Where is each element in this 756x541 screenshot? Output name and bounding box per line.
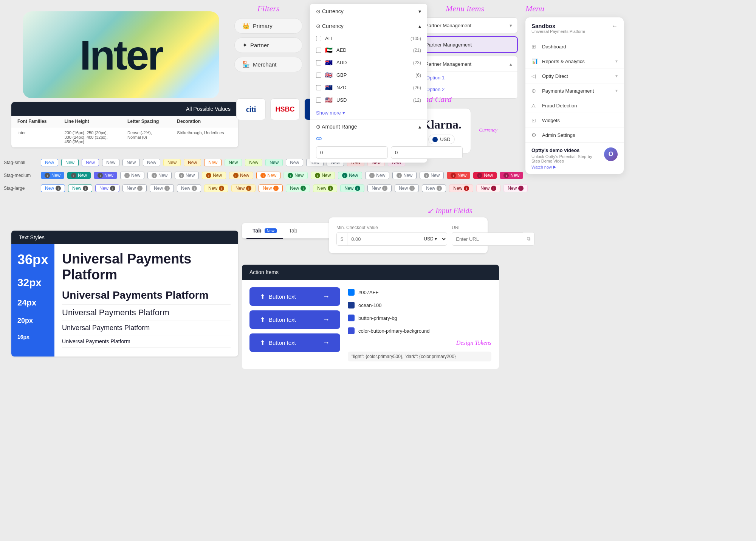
show-more-button[interactable]: Show more ▾ — [310, 106, 427, 119]
stag-small-badge-12[interactable]: New — [265, 159, 283, 166]
stag-large-badge-18[interactable]: New i — [503, 184, 528, 192]
stag-medium-badge-15[interactable]: i New — [420, 172, 444, 179]
stag-large-badge-10[interactable]: New i — [286, 184, 310, 192]
stag-medium-badge-5[interactable]: i New — [147, 172, 172, 179]
checkout-amount-input[interactable] — [347, 233, 418, 245]
currency-option-nzd[interactable]: 🇳🇿 NZD (26) — [310, 81, 427, 94]
stag-large-badge-16[interactable]: New i — [449, 184, 473, 192]
stag-large-badge-13[interactable]: New i — [367, 184, 392, 192]
nav-item-optty-direct[interactable]: ◁ Optty Direct ▾ — [525, 69, 624, 84]
amount-max-input[interactable] — [391, 146, 463, 159]
menu-panel-header: Sandbox Universal Payments Platform ← — [525, 17, 624, 39]
stag-large-label: Stag-large — [4, 186, 38, 191]
currency-checkbox-aed[interactable] — [316, 48, 321, 53]
action-button-1[interactable]: ⬆ Button text → — [249, 287, 340, 306]
stag-medium-badge-14[interactable]: i New — [392, 172, 417, 179]
menu-sub-item-1[interactable]: Option 1 — [412, 72, 517, 84]
stag-large-badge-2[interactable]: New i — [68, 184, 92, 192]
stag-large-badge-7[interactable]: New i — [204, 184, 228, 192]
stag-medium-badge-2[interactable]: i New — [67, 172, 91, 179]
tab-item-1[interactable]: Tab New — [246, 223, 283, 238]
nav-item-payments[interactable]: ⊙ Payments Management ▾ — [525, 84, 624, 98]
nav-item-admin[interactable]: ⚙ Admin Settings — [525, 128, 624, 143]
currency-checkbox-aud[interactable] — [316, 60, 321, 65]
currency-dropdown-header[interactable]: ⊙ Currency ▾ — [310, 4, 427, 19]
token-label-3: button-primary-bg — [358, 315, 397, 321]
menu-item-row-3[interactable]: ⊞ Partner Management ▴ — [412, 56, 517, 72]
nav-item-dashboard[interactable]: ⊞ Dashboard — [525, 39, 624, 54]
stag-large-badge-6[interactable]: New i — [177, 184, 201, 192]
stag-large-badge-3[interactable]: New i — [95, 184, 119, 192]
stag-small-badge-5[interactable]: New — [122, 159, 140, 166]
stag-small-badge-13[interactable]: New — [286, 159, 303, 166]
url-copy-button[interactable]: ⧉ — [523, 233, 534, 245]
stag-medium-badge-12[interactable]: i New — [338, 172, 362, 179]
action-button-2[interactable]: ⬆ Button text → — [249, 310, 340, 329]
currency-section-header[interactable]: ⊙ Currency ▴ — [310, 19, 427, 33]
currency-option-gbp[interactable]: 🇬🇧 GBP (6) — [310, 69, 427, 81]
filter-pill-primary[interactable]: 👑 Primary — [234, 18, 302, 34]
menu-item-active[interactable]: ⊞ Partner Management — [412, 36, 518, 53]
menu-sub-item-2[interactable]: Option 2 — [412, 84, 517, 95]
stag-small-badge-9[interactable]: New — [204, 159, 222, 166]
stag-small-badge-11[interactable]: New — [245, 159, 262, 166]
stag-large-badge-12[interactable]: New i — [340, 184, 364, 192]
url-input[interactable] — [452, 233, 523, 245]
amount-min-input[interactable] — [316, 146, 388, 159]
currency-checkbox-all[interactable] — [316, 36, 321, 41]
filter-pill-partner[interactable]: ✦ Partner — [234, 37, 302, 53]
stag-large-badge-1[interactable]: New i — [41, 184, 65, 192]
currency-checkbox-nzd[interactable] — [316, 85, 321, 90]
checkout-currency-select[interactable]: USD ▾ — [418, 233, 447, 245]
stag-medium-badge-13[interactable]: i New — [365, 172, 389, 179]
currency-checkbox-gbp[interactable] — [316, 73, 321, 78]
stag-small-badge-10[interactable]: New — [225, 159, 242, 166]
stag-medium-badge-7[interactable]: i New — [202, 172, 226, 179]
menu-item-row-1[interactable]: ⊞ Partner Management ▾ — [412, 18, 517, 33]
stag-large-badge-8[interactable]: New i — [231, 184, 256, 192]
stag-large-badge-9[interactable]: New i — [259, 184, 283, 192]
tab-item-2[interactable]: Tab — [283, 223, 304, 238]
stag-medium-badge-3[interactable]: i New — [94, 172, 117, 179]
stag-small-badge-7[interactable]: New — [163, 159, 181, 166]
stag-medium-badge-18[interactable]: i New — [500, 172, 523, 179]
stag-small-badge-1[interactable]: New — [41, 159, 58, 166]
stag-medium-badge-1[interactable]: i New — [41, 172, 64, 179]
nav-label-admin: Admin Settings — [542, 132, 575, 138]
stag-medium-badge-4[interactable]: i New — [120, 172, 144, 179]
action-button-3[interactable]: ⬆ Button text → — [249, 333, 340, 352]
upload-icon-2: ⬆ — [260, 316, 265, 323]
stag-small-badge-6[interactable]: New — [143, 159, 160, 166]
menu-chevron-down-icon: ▾ — [510, 23, 512, 28]
stag-large-badge-5[interactable]: New i — [150, 184, 174, 192]
menu-item-dropdown-1[interactable]: ⊞ Partner Management ▾ — [412, 17, 518, 33]
stag-medium-badge-10[interactable]: i New — [284, 172, 308, 179]
nav-item-fraud[interactable]: △ Fraud Detection — [525, 98, 624, 113]
stag-large-badge-11[interactable]: New i — [313, 184, 337, 192]
currency-option-aud[interactable]: 🇦🇺 AUD (23) — [310, 56, 427, 69]
stag-small-badge-8[interactable]: New — [184, 159, 201, 166]
stag-small-badge-4[interactable]: New — [102, 159, 119, 166]
stag-large-badge-4[interactable]: New i — [122, 184, 147, 192]
currency-checkbox-usd[interactable] — [316, 98, 321, 103]
nav-item-widgets[interactable]: ⊡ Widgets — [525, 113, 624, 128]
stag-medium-badge-8[interactable]: i New — [229, 172, 253, 179]
stag-large-badge-17[interactable]: New i — [476, 184, 500, 192]
stag-medium-badge-11[interactable]: i New — [311, 172, 335, 179]
currency-option-all[interactable]: ALL (105) — [310, 33, 427, 44]
action-btn-label-2: Button text — [269, 316, 296, 323]
stag-medium-badge-16[interactable]: i New — [447, 172, 470, 179]
back-icon[interactable]: ← — [612, 23, 618, 29]
stag-small-badge-2[interactable]: New — [61, 159, 79, 166]
currency-option-usd[interactable]: 🇺🇸 USD (12) — [310, 94, 427, 106]
nav-item-reports[interactable]: 📊 Reports & Analytics ▾ — [525, 54, 624, 69]
action-btn-arrow-3: → — [323, 339, 330, 347]
filter-pill-merchant[interactable]: 🏪 Merchant — [234, 57, 302, 72]
stag-small-badge-3[interactable]: New — [82, 159, 99, 166]
stag-large-badge-15[interactable]: New i — [422, 184, 446, 192]
stag-medium-badge-17[interactable]: i New — [473, 172, 497, 179]
currency-option-aed[interactable]: 🇦🇪 AED (21) — [310, 44, 427, 56]
stag-medium-badge-6[interactable]: i New — [175, 172, 199, 179]
stag-large-badge-14[interactable]: New i — [395, 184, 419, 192]
stag-medium-badge-9[interactable]: i New — [256, 172, 280, 179]
